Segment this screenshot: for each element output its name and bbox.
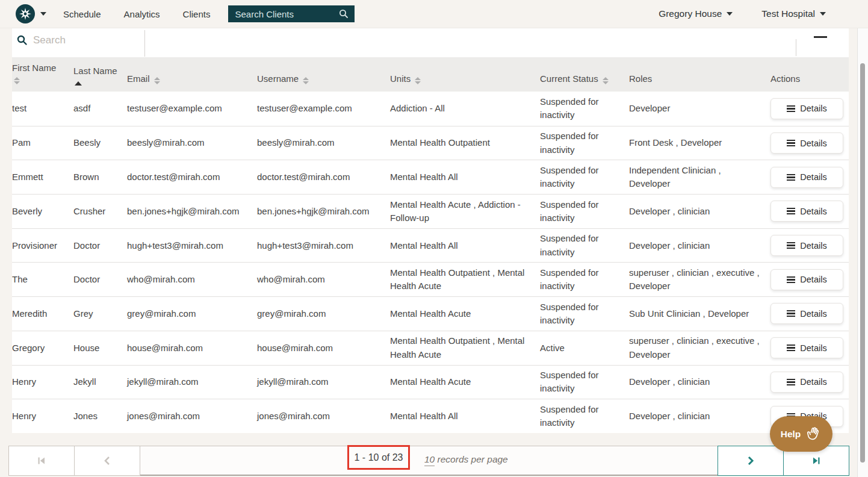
chevron-left-icon [103, 456, 111, 466]
nav-item-analytics[interactable]: Analytics [124, 9, 160, 19]
column-menu-icon[interactable] [814, 36, 827, 38]
cell-last: Doctor [73, 263, 127, 296]
list-icon [787, 208, 795, 214]
list-icon [787, 379, 795, 385]
list-icon [787, 276, 795, 283]
details-button[interactable]: Details [770, 337, 843, 358]
details-button[interactable]: Details [770, 235, 843, 256]
previous-page-button[interactable] [74, 446, 140, 476]
table-body: testasdftestuser@example.comtestuser@exa… [12, 92, 849, 433]
details-button[interactable]: Details [770, 201, 843, 222]
column-header-email[interactable]: Email [127, 57, 257, 92]
waving-hand-icon [804, 423, 824, 444]
details-label: Details [800, 275, 826, 284]
cell-actions: Details [770, 229, 849, 263]
list-icon [787, 105, 795, 112]
sort-icon [303, 77, 309, 84]
column-header-units[interactable]: Units [390, 57, 540, 92]
cell-last: asdf [73, 92, 127, 126]
pagination-bar: 1 - 10 of 23 10 records per page [8, 446, 849, 476]
details-label: Details [800, 207, 826, 216]
cell-actions: Details [770, 92, 849, 126]
cell-units: Mental Health Outpatient , Mental Health… [390, 263, 540, 296]
per-page-value[interactable]: 10 [424, 454, 435, 466]
column-header-last[interactable]: Last Name [73, 57, 127, 92]
cell-username: jones@mirah.com [257, 399, 390, 433]
cell-email: house@mirah.com [127, 331, 257, 365]
hospital-caret-down-icon [820, 12, 826, 16]
client-search-input[interactable] [228, 5, 355, 22]
details-label: Details [800, 377, 826, 387]
cell-roles: Developer , clinician [629, 399, 770, 433]
cell-roles: Developer [629, 92, 770, 126]
cell-last: Brown [73, 160, 127, 194]
column-label: Units [390, 72, 411, 86]
user-caret-down-icon [727, 12, 733, 16]
user-menu[interactable]: Gregory House [659, 8, 733, 19]
details-button[interactable]: Details [770, 132, 843, 154]
cell-units: Mental Health All [390, 399, 540, 433]
table-header-row: First NameLast NameEmailUsernameUnitsCur… [12, 57, 849, 92]
nav-item-schedule[interactable]: Schedule [63, 9, 101, 19]
cell-status: Suspended for inactivity [540, 399, 629, 433]
table-row: ProvisionerDoctorhugh+test3@mirah.comhug… [12, 228, 849, 263]
cell-roles: Independent Clinician , Developer [629, 160, 770, 194]
column-label: Roles [629, 72, 652, 86]
sort-icon [154, 77, 160, 84]
cell-status: Suspended for inactivity [540, 297, 629, 331]
cell-actions: Details [770, 366, 849, 399]
cell-last: Grey [73, 297, 127, 331]
table-row: PamBeeslybeesly@mirah.combeesly@mirah.co… [12, 126, 849, 160]
vertical-scrollbar[interactable] [857, 28, 868, 477]
column-header-username[interactable]: Username [257, 57, 390, 92]
first-page-icon [37, 456, 46, 466]
cell-status: Suspended for inactivity [540, 229, 629, 263]
range-annotation-box: 1 - 10 of 23 [347, 445, 410, 470]
cell-email: grey@mirah.com [127, 297, 257, 331]
help-button[interactable]: Help [770, 416, 832, 452]
table-search-input[interactable] [33, 34, 135, 46]
column-header-status[interactable]: Current Status [540, 57, 629, 92]
cell-actions: Details [770, 160, 849, 194]
cell-last: Jekyll [73, 366, 127, 399]
table-row: HenryJonesjones@mirah.comjones@mirah.com… [12, 399, 849, 433]
first-page-button[interactable] [8, 446, 75, 476]
cell-first: Beverly [12, 195, 73, 228]
cell-status: Suspended for inactivity [540, 263, 629, 296]
cell-email: who@mirah.com [127, 263, 257, 296]
app-logo-menu[interactable] [16, 4, 46, 23]
cell-first: Emmett [12, 160, 73, 194]
column-header-first[interactable]: First Name [12, 57, 73, 92]
cell-roles: Developer , clinician [629, 229, 770, 263]
table-search-box [17, 34, 135, 46]
details-button[interactable]: Details [770, 303, 843, 324]
column-label: Current Status [540, 72, 598, 86]
cell-username: house@mirah.com [257, 331, 390, 365]
details-button[interactable]: Details [770, 98, 843, 119]
cell-username: beesly@mirah.com [257, 126, 390, 160]
cell-first: Henry [12, 399, 73, 433]
details-label: Details [800, 241, 826, 251]
details-button[interactable]: Details [770, 167, 843, 188]
list-icon [787, 174, 795, 181]
cell-roles: Front Desk , Developer [629, 126, 770, 160]
details-button[interactable]: Details [770, 372, 843, 393]
details-label: Details [800, 172, 826, 182]
cell-units: Mental Health Outpatient , Mental Health… [390, 331, 540, 365]
details-label: Details [800, 343, 826, 353]
cell-roles: Developer , clinician [629, 366, 770, 399]
list-icon [787, 344, 795, 351]
next-page-button[interactable] [718, 446, 784, 476]
details-button[interactable]: Details [770, 269, 843, 290]
hospital-menu[interactable]: Test Hospital [761, 8, 826, 19]
cell-username: ben.jones+hgjk@mirah.com [257, 195, 390, 228]
cell-last: House [73, 331, 127, 365]
cell-username: testuser@example.com [257, 92, 390, 126]
cell-actions: Details [770, 331, 849, 365]
cell-email: jones@mirah.com [127, 399, 257, 433]
cell-status: Active [540, 331, 629, 365]
per-page-suffix: records per page [438, 454, 508, 464]
nav-item-clients[interactable]: Clients [183, 9, 211, 19]
cell-status: Suspended for inactivity [540, 92, 629, 126]
scrollbar-thumb[interactable] [860, 63, 865, 463]
